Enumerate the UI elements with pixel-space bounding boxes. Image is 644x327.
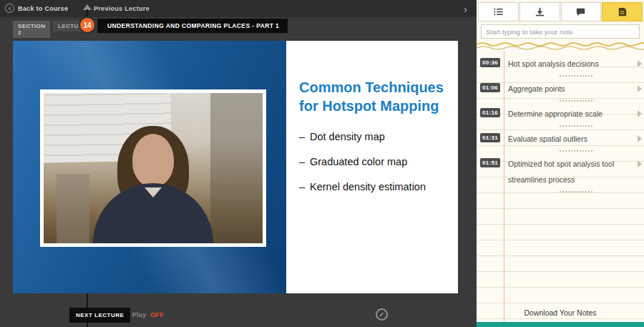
comment-icon <box>575 6 586 17</box>
panel-tabs <box>478 2 643 21</box>
note-divider-dots <box>560 147 592 152</box>
note-timestamp[interactable]: 01:06 <box>480 83 500 92</box>
slide-bullet-text: Dot density map <box>310 130 428 144</box>
note-divider-dots <box>560 97 592 102</box>
download-notes-link[interactable]: Download Your Notes <box>477 308 644 317</box>
slide-bullet: Dot density map <box>299 130 448 144</box>
note-timestamp[interactable]: 01:16 <box>480 108 500 117</box>
presenter-video-area <box>13 41 286 293</box>
player-section: ‹ Back to Course Previous Lecture › SECT… <box>0 0 477 327</box>
back-to-course-button[interactable]: ‹ Back to Course <box>5 4 68 13</box>
next-chevron-icon[interactable]: › <box>464 3 467 15</box>
note-divider-dots <box>560 72 592 77</box>
tab-discussion[interactable] <box>561 2 602 21</box>
tab-notes[interactable] <box>602 2 643 21</box>
slide-bullet-list: Dot density map Graduated color map Kern… <box>299 130 448 194</box>
note-entry[interactable]: 01:16 Determine appropriate scale <box>477 104 644 129</box>
notes-panel: 00:36 Hot spot analysis decisions 01:06 … <box>477 0 644 327</box>
note-fold-icon[interactable] <box>638 160 642 167</box>
download-icon <box>535 6 545 17</box>
slide-area: Common Techniques for Hotspot Mapping Do… <box>286 41 458 293</box>
tab-downloads[interactable] <box>519 2 560 21</box>
note-text[interactable]: Aggregate points <box>508 81 633 97</box>
autoplay-state: OFF <box>150 311 164 318</box>
wall-background <box>210 93 263 243</box>
back-to-course-label: Back to Course <box>18 5 68 12</box>
note-entry[interactable]: 01:51 Optimized hot spot analysis tool s… <box>477 155 644 195</box>
panel-bottom-bar <box>477 322 644 327</box>
note-fold-icon[interactable] <box>638 135 642 142</box>
lecture-number-marker[interactable]: 14 <box>79 16 96 34</box>
notes-list: 00:36 Hot spot analysis decisions 01:06 … <box>477 54 644 195</box>
note-entry[interactable]: 01:31 Evaluate spatial outliers <box>477 130 644 154</box>
next-lecture-button[interactable]: NEXT LECTURE <box>69 308 130 323</box>
note-entry[interactable]: 00:36 Hot spot analysis decisions <box>477 54 644 79</box>
previous-lecture-button[interactable]: Previous Lecture <box>94 5 150 12</box>
slide-bullet: Graduated color map <box>299 155 448 169</box>
slide-bullet-text: Graduated color map <box>310 155 428 169</box>
note-divider-dots <box>560 122 592 127</box>
door-background <box>57 174 89 243</box>
lecture-complete-check-icon[interactable]: ✓ <box>376 308 388 321</box>
note-text[interactable]: Determine appropriate scale <box>508 106 633 122</box>
note-fold-icon[interactable] <box>638 110 642 117</box>
video-player[interactable]: Common Techniques for Hotspot Mapping Do… <box>13 41 458 293</box>
slide-bullet: Kernel density estimation <box>299 180 448 194</box>
note-fold-icon[interactable] <box>638 60 642 67</box>
presenter-webcam-frame <box>40 89 266 247</box>
note-text[interactable]: Optimized hot spot analysis tool streaml… <box>508 156 633 187</box>
lecture-title: UNDERSTANDING AND COMPARING PLACES - PAR… <box>97 19 288 33</box>
note-text[interactable]: Evaluate spatial outliers <box>508 131 633 147</box>
note-icon <box>617 6 628 17</box>
note-entry[interactable]: 01:06 Aggregate points <box>477 79 644 104</box>
course-player-app: ‹ Back to Course Previous Lecture › SECT… <box>0 0 644 327</box>
section-badge: SECTION 2 <box>13 21 50 38</box>
tab-lecture-list[interactable] <box>478 2 519 21</box>
slide-bullet-text: Kernel density estimation <box>310 180 428 194</box>
note-divider-dots <box>560 187 592 192</box>
slide-title: Common Techniques for Hotspot Mapping <box>299 78 447 115</box>
note-text[interactable]: Hot spot analysis decisions <box>508 56 633 72</box>
list-icon <box>493 6 504 17</box>
presenter-collar <box>145 187 162 197</box>
note-timestamp[interactable]: 01:51 <box>480 158 500 167</box>
player-bottombar: NEXT LECTURE Auto Play OFF ✓ <box>0 305 477 327</box>
note-fold-icon[interactable] <box>638 85 642 92</box>
note-input[interactable] <box>481 24 640 39</box>
presenter-face <box>132 134 174 187</box>
note-timestamp[interactable]: 01:31 <box>480 133 500 142</box>
presenter-photo <box>44 93 263 243</box>
back-arrow-icon: ‹ <box>5 4 14 13</box>
note-timestamp[interactable]: 00:36 <box>480 58 500 67</box>
player-topbar: ‹ Back to Course Previous Lecture › <box>0 0 477 17</box>
torn-paper-edge <box>477 41 644 52</box>
